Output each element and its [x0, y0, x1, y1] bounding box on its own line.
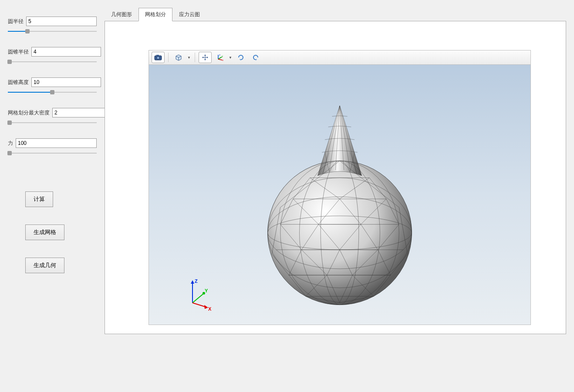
svg-text:Z: Z — [195, 278, 198, 284]
svg-point-2 — [157, 57, 159, 59]
toolbar-separator — [168, 53, 169, 62]
toolbar-separator — [195, 53, 195, 62]
move-icon[interactable] — [199, 52, 212, 63]
svg-text:X: X — [208, 306, 212, 312]
rotate-cw-icon[interactable] — [234, 52, 247, 63]
cube-dropdown[interactable]: ▼ — [187, 56, 191, 60]
svg-rect-1 — [156, 55, 159, 56]
rotate-ccw-icon[interactable] — [249, 52, 262, 63]
param-cone-radius: 圆锥半径 — [8, 47, 97, 65]
svg-marker-82 — [204, 305, 208, 309]
mesh-density-slider[interactable] — [8, 119, 97, 126]
svg-line-7 — [218, 57, 222, 59]
param-label: 力 — [8, 140, 13, 147]
sphere-radius-slider[interactable] — [8, 28, 97, 35]
svg-text:z: z — [219, 54, 220, 56]
generate-geometry-button[interactable]: 生成几何 — [25, 258, 64, 273]
param-label: 网格划分最大密度 — [8, 109, 50, 117]
param-mesh-density: 网格划分最大密度 — [8, 108, 97, 126]
sidebar: 圆半径 圆锥半径 圆锥高度 — [0, 0, 105, 392]
main-area: 几何图形 网格划分 应力云图 ▼ zyx — [105, 0, 574, 392]
svg-line-9 — [218, 59, 222, 60]
svg-line-81 — [192, 303, 206, 307]
tab-mesh[interactable]: 网格划分 — [138, 8, 172, 21]
viewer-toolbar: ▼ zyx ▼ — [149, 50, 531, 65]
svg-text:x: x — [222, 59, 223, 61]
3d-viewport[interactable]: Z Y X — [149, 65, 531, 325]
svg-text:Y: Y — [205, 288, 208, 293]
cone-height-slider[interactable] — [8, 89, 97, 96]
cone-radius-slider[interactable] — [8, 58, 97, 65]
param-label: 圆锥半径 — [8, 48, 29, 56]
cone-height-input[interactable] — [31, 77, 101, 87]
axis-dropdown[interactable]: ▼ — [228, 56, 233, 60]
tab-bar: 几何图形 网格划分 应力云图 — [105, 8, 566, 21]
param-label: 圆半径 — [8, 18, 24, 25]
force-input[interactable] — [16, 138, 97, 148]
sphere-radius-input[interactable] — [26, 17, 97, 26]
svg-text:y: y — [222, 55, 223, 57]
camera-icon[interactable] — [152, 52, 165, 63]
axis-icon[interactable]: zyx — [213, 52, 226, 63]
param-label: 圆锥高度 — [8, 79, 29, 86]
tab-stress[interactable]: 应力云图 — [172, 8, 206, 21]
compute-button[interactable]: 计算 — [25, 191, 53, 207]
svg-line-78 — [192, 294, 203, 303]
param-cone-height: 圆锥高度 — [8, 77, 97, 96]
param-force: 力 — [8, 138, 97, 157]
axis-gizmo: Z Y X — [184, 277, 214, 312]
tab-geometry[interactable]: 几何图形 — [105, 8, 138, 21]
generate-mesh-button[interactable]: 生成网格 — [25, 224, 64, 240]
param-sphere-radius: 圆半径 — [8, 17, 97, 35]
viewport-frame: ▼ zyx ▼ — [105, 21, 566, 334]
cone-radius-input[interactable] — [31, 47, 101, 57]
cube-icon[interactable] — [172, 52, 185, 63]
svg-point-11 — [268, 161, 412, 305]
svg-marker-76 — [191, 280, 194, 284]
force-slider[interactable] — [8, 150, 97, 157]
